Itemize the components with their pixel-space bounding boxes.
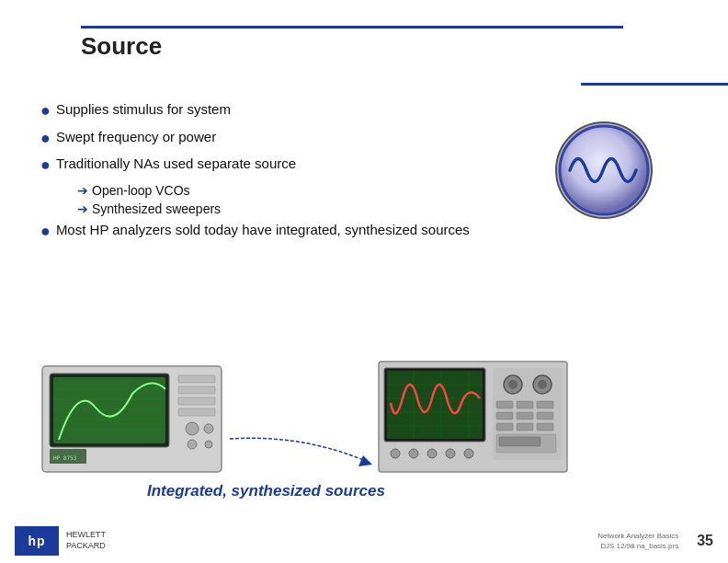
svg-marker-51 [358,455,372,466]
left-instrument: HP 8753 [40,357,224,477]
instruments-area: HP 8753 [40,357,224,480]
sub-item-2-text: Synthesized sweepers [92,201,221,216]
hp-logo: hp HEWLETTPACKARD [15,526,106,556]
bullet-1: ● Supplies stimulus for system [40,101,500,121]
svg-rect-13 [178,408,215,416]
bullet-4: ● Most HP analyzers sold today have inte… [40,222,500,242]
footer: hp HEWLETTPACKARD Network Analyzer Basic… [0,526,728,556]
content-area: ● Supplies stimulus for system ● Swept f… [40,101,500,248]
arrow-icon-2: ➔ [77,201,88,216]
page-title: Source [81,32,162,61]
caption-text: Integrated, synthesized sources [147,482,385,500]
svg-point-17 [205,441,212,448]
svg-point-47 [409,449,418,458]
svg-rect-10 [178,375,215,383]
bullet-icon-3: ● [40,155,51,176]
svg-rect-12 [178,397,215,405]
hp-logo-box: hp [15,526,59,556]
svg-point-48 [427,449,437,458]
right-instrument-area [377,357,570,480]
svg-rect-36 [517,401,533,408]
bullet-icon-1: ● [40,101,51,121]
bullet-2-text: Swept frequency or power [56,129,216,144]
top-line [81,26,623,29]
bullet-3-text: Traditionally NAs used separate source [56,155,296,171]
arrow-icon-1: ➔ [77,183,88,198]
svg-rect-45 [499,437,540,446]
bullet-2: ● Swept frequency or power [40,129,500,149]
svg-rect-11 [178,386,215,394]
bullet-1-text: Supplies stimulus for system [56,101,231,117]
svg-point-34 [538,380,547,389]
svg-rect-43 [537,423,553,431]
svg-rect-42 [517,423,533,431]
bullet-icon-4: ● [40,222,51,242]
svg-point-50 [464,449,473,458]
sub-item-1: ➔ Open-loop VCOs [77,183,500,198]
sub-item-1-text: Open-loop VCOs [92,183,190,198]
sub-item-2: ➔ Synthesized sweepers [77,201,500,216]
bullet-4-text: Most HP analyzers sold today have integr… [56,222,470,237]
right-line [581,83,728,86]
sine-circle-illustration [553,120,654,221]
svg-rect-39 [517,412,533,419]
svg-rect-38 [496,412,513,419]
svg-point-32 [508,380,518,389]
page-number: 35 [697,533,713,549]
svg-rect-41 [496,423,513,431]
svg-point-15 [204,424,213,433]
company-name: HEWLETTPACKARD [66,530,106,551]
right-instrument [377,357,570,477]
footer-note: Network Analyzer Basics DJS 12/98 na_bas… [597,531,678,551]
svg-rect-35 [496,401,513,408]
svg-point-14 [186,422,199,435]
svg-text:HP 8753: HP 8753 [53,454,77,461]
svg-rect-40 [537,412,553,419]
bullet-icon-2: ● [40,129,51,149]
svg-rect-37 [537,401,553,408]
svg-rect-4 [53,377,165,443]
svg-point-49 [446,449,455,458]
bullet-3: ● Traditionally NAs used separate source [40,155,500,176]
arrow-svg [221,430,386,476]
svg-point-46 [391,449,400,458]
footer-right: Network Analyzer Basics DJS 12/98 na_bas… [597,531,713,551]
svg-point-16 [188,440,197,449]
